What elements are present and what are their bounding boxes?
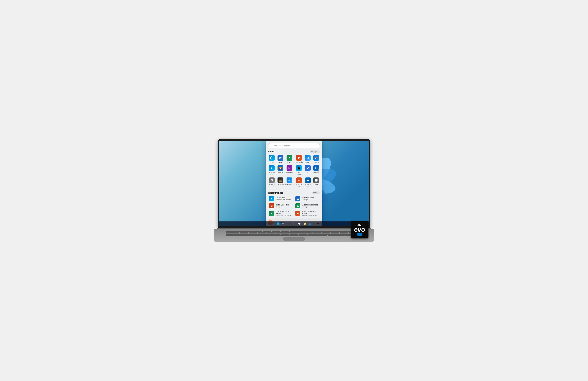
taskbar-widgets-icon[interactable]: ⬚ — [292, 222, 296, 226]
i7-tier-text: i7 — [357, 233, 362, 236]
settings-label: Settings — [269, 184, 275, 186]
recommended-grid: ✦ Get Started Welcome to Windows W — [268, 195, 320, 217]
svg-rect-8 — [277, 223, 278, 224]
app-word[interactable]: W Word — [276, 154, 284, 164]
pinned-section: Pinned All apps › Edge — [266, 149, 322, 190]
powerpoint-label: PowerPoint — [295, 161, 303, 163]
all-apps-label: All apps — [311, 150, 317, 152]
todo-icon: ✔ — [305, 165, 311, 171]
calculator-icon: 🧮 — [277, 177, 283, 183]
app-powerpoint[interactable]: P PowerPoint — [294, 154, 303, 164]
clock-icon: 🕐 — [313, 177, 319, 183]
store-icon: 🛍 — [269, 165, 275, 171]
rec-expense[interactable]: X Expense Worksheet 12h ago — [294, 203, 320, 209]
svg-rect-9 — [278, 223, 279, 224]
taskbar-taskview-icon[interactable]: ⬛ — [287, 222, 291, 226]
powerpoint-icon: P — [296, 155, 302, 161]
payroll-info: Quarterly Payroll Report Yesterday at 4:… — [275, 211, 293, 216]
snipping-label: Snipping Tool — [295, 184, 303, 187]
laptop-base — [214, 228, 374, 242]
all-apps-button[interactable]: All apps › — [310, 150, 320, 153]
app-clock[interactable]: 🕐 Clock — [313, 177, 320, 188]
rec-brand[interactable]: PDF Brand Guidelines 2h ago — [268, 203, 294, 209]
onenote-icon: N — [287, 165, 292, 171]
more-label: More — [313, 192, 317, 194]
movies-icon: ▶ — [305, 177, 311, 183]
edge-label: Edge — [270, 161, 274, 163]
taskbar-files-icon[interactable]: 📁 — [303, 222, 306, 226]
brand-time: 2h ago — [275, 206, 289, 208]
whiteboard-icon: ✏ — [287, 177, 292, 183]
excel-label: Excel — [287, 161, 291, 163]
taskbar-edge-icon[interactable]: 🌐 — [308, 222, 312, 226]
snipping-icon: ✂ — [296, 177, 302, 183]
more-button[interactable]: More › — [312, 191, 320, 194]
get-started-icon: ✦ — [269, 196, 274, 201]
recommended-title: Recommended — [268, 191, 283, 194]
search-bar[interactable]: ⌕ Type here to search — [268, 143, 320, 148]
yourphone-label: Your Phone — [295, 171, 303, 175]
all-apps-chevron: › — [318, 150, 318, 152]
rec-get-started[interactable]: ✦ Get Started Welcome to Windows — [268, 195, 294, 202]
expense-time: 12h ago — [302, 206, 317, 208]
app-store[interactable]: 🛍 Microsoft Store — [268, 165, 275, 176]
app-photos[interactable]: 🌄 Photos — [276, 165, 284, 176]
expense-name: Expense Worksheet — [302, 204, 317, 206]
taskbar-start-button[interactable] — [276, 222, 280, 226]
photos-label: Photos — [278, 171, 283, 173]
calendar-icon: 📅 — [313, 155, 319, 161]
store-label: Microsoft Store — [269, 171, 275, 175]
get-started-subtitle: Welcome to Windows — [275, 199, 291, 201]
taskbar: 🔍 ⬛ ⬚ 💬 📁 🌐 — [219, 221, 369, 226]
adatum-name: Adatum Company Profile — [302, 211, 319, 215]
recommended-header: Recommended More › — [268, 191, 320, 194]
laptop-keyboard-area — [214, 229, 374, 242]
travel-icon: W — [295, 196, 300, 201]
word-icon: W — [277, 155, 283, 161]
taskbar-search-icon[interactable]: 🔍 — [282, 222, 285, 226]
rec-payroll[interactable]: X Quarterly Payroll Report Yesterday at … — [268, 210, 294, 217]
excel-icon: X — [287, 155, 292, 161]
screen: ⌕ Type here to search Pinned All apps › — [219, 141, 369, 226]
onenote-label: OneNote — [286, 171, 293, 173]
app-yourphone[interactable]: 📱 Your Phone — [294, 165, 303, 176]
app-onenote[interactable]: N OneNote — [285, 165, 294, 176]
laptop: ⌕ Type here to search Pinned All apps › — [214, 139, 374, 242]
rec-travel[interactable]: W Travel Itinerary 17m ago — [294, 195, 320, 202]
todo-label: To Do — [306, 171, 310, 173]
start-menu: ⌕ Type here to search Pinned All apps › — [266, 141, 322, 226]
payroll-name: Quarterly Payroll Report — [275, 211, 293, 215]
get-started-info: Get Started Welcome to Windows — [275, 197, 291, 201]
app-excel[interactable]: X Excel — [285, 154, 294, 164]
rec-adatum[interactable]: P Adatum Company Profile Yesterday at 1:… — [294, 210, 320, 217]
expense-info: Expense Worksheet 12h ago — [302, 204, 317, 208]
app-whiteboard[interactable]: ✏ Whiteboard — [285, 177, 294, 188]
travel-time: 17m ago — [302, 199, 314, 201]
app-snipping[interactable]: ✂ Snipping Tool — [294, 177, 303, 188]
payroll-icon: X — [269, 211, 274, 216]
laptop-hinge — [217, 228, 371, 229]
app-calculator[interactable]: 🧮 Calculator — [276, 177, 284, 188]
settings-icon: ⚙ — [269, 177, 275, 183]
word-label: Word — [278, 161, 282, 163]
app-mail[interactable]: ✉ Mail — [304, 154, 312, 164]
pinned-title: Pinned — [268, 150, 275, 153]
pinned-apps-grid: Edge W Word X Excel — [268, 154, 320, 188]
mail-icon: ✉ — [305, 155, 311, 161]
search-icon: ⌕ — [271, 144, 272, 147]
app-linkedin[interactable]: in LinkedIn — [313, 165, 320, 176]
touchpad[interactable] — [283, 237, 305, 241]
keyboard-rows — [226, 231, 362, 236]
clock-label: Clock — [314, 184, 318, 186]
app-edge[interactable]: Edge — [268, 154, 275, 164]
app-todo[interactable]: ✔ To Do — [304, 165, 312, 176]
adatum-info: Adatum Company Profile Yesterday at 1:15… — [302, 211, 319, 216]
app-calendar[interactable]: 📅 Calendar — [313, 154, 320, 164]
taskbar-chat-icon[interactable]: 💬 — [297, 222, 301, 226]
more-chevron: › — [318, 192, 318, 194]
search-input-placeholder[interactable]: Type here to search — [273, 145, 290, 147]
app-movies[interactable]: ▶ Movies & TV — [304, 177, 312, 188]
app-settings[interactable]: ⚙ Settings — [268, 177, 275, 188]
laptop-lid: ⌕ Type here to search Pinned All apps › — [218, 139, 370, 228]
travel-name: Travel Itinerary — [302, 197, 314, 199]
